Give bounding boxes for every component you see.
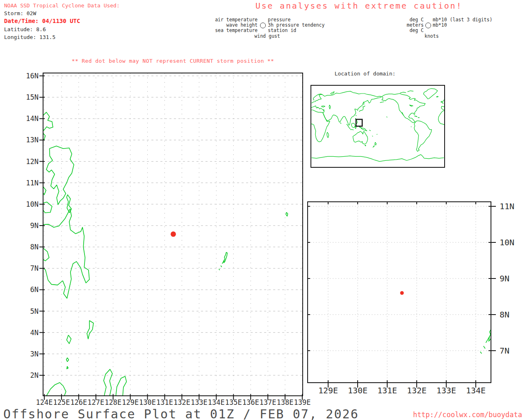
world-coastline-tasmania bbox=[365, 145, 366, 146]
legend-circle-cell bbox=[258, 22, 268, 27]
world-coastline-arctic2 bbox=[408, 91, 413, 91]
storm-info-block: NOAA SSD Tropical Cyclone Data Used: Sto… bbox=[4, 2, 120, 41]
main-map-y-tick-label: 12N bbox=[26, 158, 39, 166]
coastline-yap bbox=[286, 212, 288, 216]
zoom-map-y-tick-label: 11N bbox=[500, 201, 514, 211]
world-coastline-srilanka bbox=[340, 123, 341, 123]
main-map-x-tick-label: 124E bbox=[36, 398, 53, 406]
world-coastline-namerica bbox=[382, 94, 425, 123]
unit-pressure-tendency: mb*10 bbox=[433, 22, 511, 27]
coastline-sulawesi_tip bbox=[46, 383, 66, 396]
coastline-samar_leyte bbox=[46, 146, 74, 205]
zoom-map-x-tick-label: 130E bbox=[348, 386, 368, 395]
zoom-map-y-tick-label: 8N bbox=[500, 310, 509, 320]
world-coastline-cuba bbox=[414, 116, 417, 116]
main-map-y-tick-label: 13N bbox=[26, 136, 39, 144]
world-coastline-novaya bbox=[330, 92, 334, 95]
world-coastline-wafrica bbox=[438, 110, 445, 125]
world-coastline-hispaniola bbox=[418, 117, 420, 118]
zoom-map: 129E130E131E132E133E134E7N8N9N10N11N bbox=[308, 201, 514, 395]
world-coastline-asia_east bbox=[323, 97, 382, 125]
world-coastline-greenland bbox=[423, 89, 437, 99]
world-inset-border bbox=[311, 85, 445, 167]
zoom-map-border bbox=[308, 202, 491, 383]
main-map-y-tick-label: 11N bbox=[26, 179, 39, 187]
storm-dot-main-map bbox=[171, 231, 176, 237]
main-map-y-tick-label: 7N bbox=[30, 264, 39, 272]
zoom-map-coastlines bbox=[480, 324, 495, 354]
legend-wave-height: wave height bbox=[207, 22, 258, 27]
world-coastline-fiji bbox=[377, 134, 377, 135]
main-map-y-tick-label: 14N bbox=[26, 114, 39, 123]
world-coastline-sakhalin bbox=[364, 102, 364, 105]
legend-spacer bbox=[258, 27, 268, 33]
world-coastline-samerica bbox=[414, 121, 432, 151]
main-map-coastlines bbox=[43, 112, 288, 396]
zoom-map-axes: 129E130E131E132E133E134E7N8N9N10N11N bbox=[308, 201, 514, 395]
coastline-dinagat bbox=[67, 194, 72, 212]
coastline-halmahera_e bbox=[116, 377, 126, 396]
source-url-link[interactable]: http://coolwx.com/buoydata bbox=[413, 411, 522, 419]
main-map-x-tick-label: 127E bbox=[87, 398, 104, 406]
world-coastline-scand bbox=[313, 94, 322, 100]
world-coastline-taiwan bbox=[356, 115, 356, 116]
coastline-moro bbox=[43, 248, 49, 261]
legend-spacer bbox=[258, 17, 268, 22]
coastline-sangihe3 bbox=[67, 366, 68, 369]
main-map-y-tick-label: 5N bbox=[30, 307, 39, 315]
main-map-x-tick-label: 125E bbox=[53, 398, 70, 406]
world-coastline-med_africa bbox=[311, 110, 330, 142]
legend-sea-temperature: sea temperature bbox=[207, 27, 258, 33]
coastline-palau bbox=[489, 324, 495, 341]
unit-air-temperature: deg C bbox=[373, 17, 424, 22]
unit-wind-gust: knots bbox=[425, 33, 511, 39]
world-coastline-hawaii bbox=[386, 117, 388, 117]
unit-sea-temperature: deg C bbox=[373, 27, 424, 33]
legend-pressure: pressure bbox=[268, 17, 344, 22]
coastline-edge1 bbox=[43, 187, 46, 194]
plot-title: Offshore Surface Plot at 01Z / FEB 07, 2… bbox=[3, 407, 359, 420]
legend-pressure-tendency: 3h pressure tendency bbox=[268, 22, 344, 27]
main-map-x-tick-label: 129E bbox=[122, 398, 139, 406]
main-map-y-tick-label: 2N bbox=[30, 371, 39, 379]
legend-station-id: station id bbox=[268, 27, 344, 33]
coastline-palau bbox=[224, 252, 227, 263]
world-coastline-nz_n bbox=[375, 142, 377, 145]
main-map-x-tick-label: 136E bbox=[242, 398, 259, 406]
world-coastline-antarctica bbox=[312, 155, 444, 162]
storm-latitude-line: Latitude: 8.6 bbox=[4, 25, 120, 33]
legend-spacer bbox=[424, 27, 433, 33]
zoom-map-y-tick-label: 9N bbox=[500, 274, 509, 283]
main-map-x-tick-label: 138E bbox=[277, 398, 294, 406]
coastline-halmahera_w bbox=[104, 369, 112, 396]
main-map-x-tick-label: 130E bbox=[139, 398, 156, 406]
world-coastline-ireland bbox=[441, 101, 442, 103]
world-coastline-nz_s bbox=[373, 146, 374, 147]
data-source-line: NOAA SSD Tropical Cyclone Data Used: bbox=[4, 2, 120, 9]
main-map-x-tick-label: 139E bbox=[294, 398, 310, 406]
coastline-palau_s1 bbox=[484, 346, 485, 349]
main-map-y-tick-label: 15N bbox=[26, 93, 39, 101]
zoom-map-x-tick-label: 131E bbox=[377, 386, 397, 395]
caution-banner: Use analyses with extreme caution! bbox=[236, 1, 482, 11]
main-map-x-tick-label: 135E bbox=[225, 398, 242, 406]
coastline-palau_s2 bbox=[480, 352, 482, 354]
zoom-map-x-tick-label: 133E bbox=[436, 386, 456, 395]
world-coastline-java bbox=[350, 130, 354, 130]
world-coastline-baja bbox=[402, 112, 404, 116]
world-coastline-eur_north bbox=[312, 91, 382, 103]
station-model-legend-fields: air temperature pressure wave height 3h … bbox=[207, 17, 344, 39]
main-map-x-tick-label: 126E bbox=[70, 398, 87, 406]
main-map-y-tick-label: 9N bbox=[30, 221, 39, 230]
world-coastline-arctic1 bbox=[400, 92, 406, 93]
storm-id-line: Storm: 02W bbox=[4, 9, 120, 17]
coastline-bohol bbox=[43, 202, 52, 213]
zoom-map-x-tick-label: 134E bbox=[466, 386, 486, 395]
main-map: 124E125E126E127E128E129E130E131E132E133E… bbox=[26, 72, 310, 406]
coastline-sangihe1 bbox=[67, 335, 71, 344]
unit-wave-height: meters bbox=[373, 22, 424, 27]
main-map-y-tick-label: 10N bbox=[26, 200, 39, 208]
world-coastlines bbox=[311, 89, 445, 162]
coastline-sangihe2 bbox=[66, 358, 69, 361]
main-map-x-tick-label: 133E bbox=[191, 398, 208, 406]
